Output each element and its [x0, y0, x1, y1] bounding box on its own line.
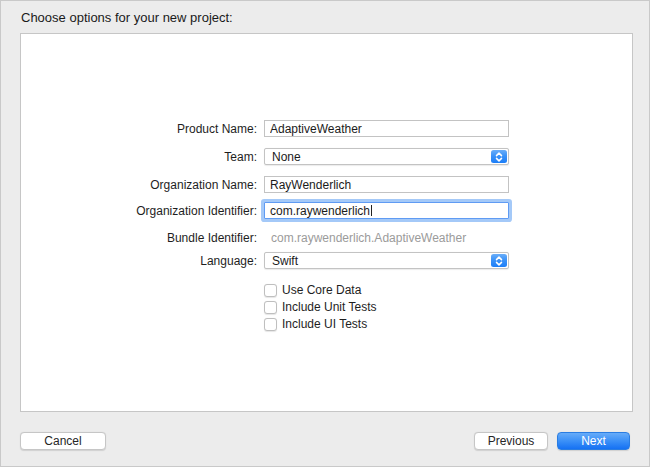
next-button[interactable]: Next [557, 432, 630, 450]
team-select[interactable]: None [264, 148, 509, 165]
team-row: Team: None [21, 148, 632, 165]
organization-name-label: Organization Name: [21, 178, 257, 192]
organization-name-field[interactable] [264, 176, 509, 193]
language-row: Language: Swift [21, 252, 632, 269]
options-panel: Product Name: Team: None [20, 33, 633, 412]
options-form: Product Name: Team: None [21, 34, 632, 331]
team-label: Team: [21, 150, 257, 164]
include-ui-tests-label: Include UI Tests [282, 317, 367, 331]
use-core-data-label: Use Core Data [282, 283, 361, 297]
dialog-title: Choose options for your new project: [21, 10, 233, 25]
product-name-row: Product Name: [21, 120, 632, 137]
bundle-identifier-value: com.raywenderlich.AdaptiveWeather [264, 231, 509, 245]
organization-identifier-row: Organization Identifier: com.raywenderli… [21, 202, 632, 219]
include-unit-tests-label: Include Unit Tests [282, 300, 377, 314]
use-core-data-checkbox[interactable] [264, 284, 277, 297]
use-core-data-row: Use Core Data [21, 283, 632, 297]
product-name-field[interactable] [264, 120, 509, 137]
bundle-identifier-label: Bundle Identifier: [21, 231, 257, 245]
include-unit-tests-row: Include Unit Tests [21, 300, 632, 314]
organization-identifier-value: com.raywenderlich [270, 204, 370, 218]
include-ui-tests-checkbox[interactable] [264, 318, 277, 331]
organization-name-row: Organization Name: [21, 176, 632, 193]
chevron-up-down-icon [491, 150, 507, 163]
language-label: Language: [21, 254, 257, 268]
include-unit-tests-checkbox[interactable] [264, 301, 277, 314]
team-selected-value: None [272, 150, 301, 164]
chevron-up-down-icon [491, 254, 507, 267]
organization-identifier-label: Organization Identifier: [21, 204, 257, 218]
cancel-button[interactable]: Cancel [20, 432, 106, 450]
include-ui-tests-row: Include UI Tests [21, 317, 632, 331]
organization-identifier-field[interactable]: com.raywenderlich [264, 202, 509, 219]
language-selected-value: Swift [272, 254, 298, 268]
text-cursor [371, 205, 372, 216]
product-name-label: Product Name: [21, 122, 257, 136]
previous-button[interactable]: Previous [474, 432, 548, 450]
language-select[interactable]: Swift [264, 252, 509, 269]
bundle-identifier-row: Bundle Identifier: com.raywenderlich.Ada… [21, 231, 632, 245]
new-project-options-dialog: Choose options for your new project: Pro… [0, 0, 650, 467]
